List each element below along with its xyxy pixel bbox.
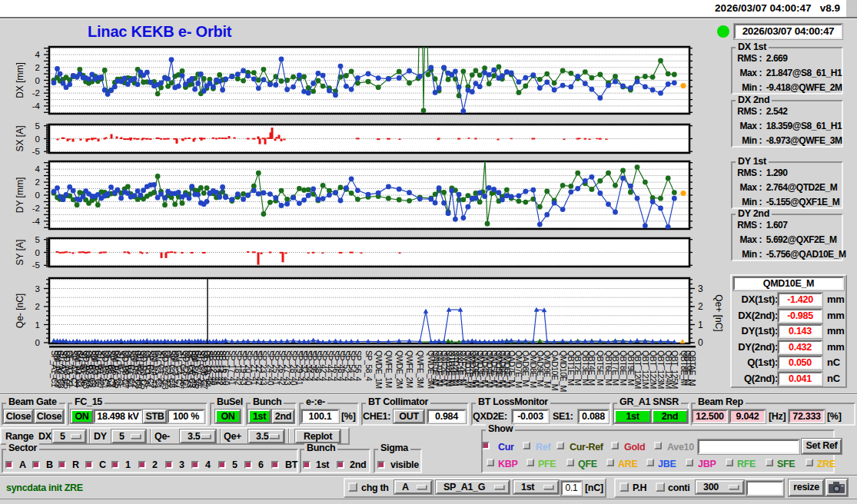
svg-text:DY [mm]: DY [mm] <box>15 177 25 213</box>
svg-text:5: 5 <box>35 121 40 131</box>
svg-text:3: 3 <box>698 284 703 294</box>
svg-text:SX [A]: SX [A] <box>15 125 25 151</box>
svg-text:Qe- [nC]: Qe- [nC] <box>15 293 25 328</box>
svg-text:4: 4 <box>35 164 41 174</box>
svg-text:QWFE_3M: QWFE_3M <box>416 350 425 387</box>
svg-text:2: 2 <box>35 302 40 311</box>
svg-text:QWFE_2M: QWFE_2M <box>405 350 414 387</box>
svg-text:-4: -4 <box>32 101 41 111</box>
svg-text:4: 4 <box>35 50 41 59</box>
svg-text:QBTAE_M: QBTAE_M <box>688 350 697 386</box>
svg-text:QWFE_1M: QWFE_1M <box>384 350 394 387</box>
svg-text:0: 0 <box>35 248 40 257</box>
svg-text:DX [mm]: DX [mm] <box>15 62 25 98</box>
svg-text:QBT4E_M: QBT4E_M <box>587 350 596 386</box>
svg-text:0: 0 <box>35 338 40 347</box>
svg-text:0: 0 <box>35 134 40 144</box>
svg-text:QBT_120M: QBT_120M <box>633 350 643 389</box>
svg-text:QWDE_1M: QWDE_1M <box>374 350 384 389</box>
svg-text:QBT_125M: QBT_125M <box>670 350 679 389</box>
svg-text:QAD10E_M: QAD10E_M <box>550 350 560 390</box>
svg-text:-2: -2 <box>32 88 40 98</box>
svg-text:0: 0 <box>35 191 40 200</box>
svg-text:2: 2 <box>698 301 703 312</box>
svg-text:1: 1 <box>35 320 40 330</box>
svg-text:SP_56_4: SP_56_4 <box>354 350 363 381</box>
svg-text:-5: -5 <box>32 260 40 270</box>
svg-text:-2: -2 <box>32 204 40 213</box>
svg-text:2: 2 <box>35 177 40 187</box>
svg-text:-4: -4 <box>32 217 41 226</box>
svg-text:SY [A]: SY [A] <box>15 240 25 266</box>
svg-text:Qe+ [nC]: Qe+ [nC] <box>713 294 724 331</box>
svg-text:QWDE_2M: QWDE_2M <box>395 350 404 389</box>
svg-text:1: 1 <box>698 320 703 330</box>
svg-text:QMD10E_M: QMD10E_M <box>559 350 568 392</box>
svg-text:-5: -5 <box>32 147 40 156</box>
svg-text:5: 5 <box>35 235 40 244</box>
svg-text:3: 3 <box>35 284 40 293</box>
svg-text:QBT5E_M: QBT5E_M <box>596 350 605 386</box>
svg-text:0: 0 <box>698 337 703 348</box>
svg-text:SP_58_4: SP_58_4 <box>364 350 374 381</box>
svg-text:2: 2 <box>35 63 40 72</box>
svg-text:QBT_122M: QBT_122M <box>649 350 658 389</box>
svg-text:0: 0 <box>35 76 40 85</box>
